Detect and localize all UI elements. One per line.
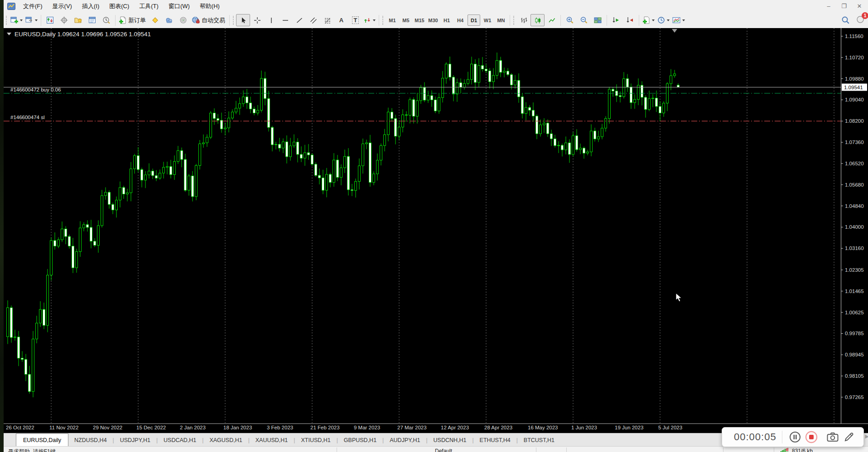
candle-body — [134, 156, 136, 169]
menu-charts[interactable]: 图表(C) — [104, 0, 134, 12]
candle-body — [558, 145, 560, 146]
chart-tab-nzdusd[interactable]: NZDUSD,H4 — [68, 433, 113, 447]
stop-loss-line-label: #146600474 sl — [10, 115, 44, 120]
timeframe-mn-button[interactable]: MN — [495, 14, 507, 26]
recorder-collapse-arrow[interactable]: ▶ — [865, 433, 868, 439]
chart-tab-xauusd[interactable]: XAUUSD,H1 — [250, 433, 294, 447]
chart-tab-xtiusd[interactable]: XTIUSD,H1 — [295, 433, 336, 447]
menu-file[interactable]: 文件(F) — [18, 0, 48, 12]
signals-button[interactable] — [176, 14, 190, 26]
metaeditor-button[interactable] — [148, 14, 162, 26]
notifications-button[interactable]: 1 — [856, 15, 865, 25]
community-button[interactable] — [162, 14, 176, 26]
candle-body — [670, 76, 672, 84]
strategy-tester-button[interactable] — [99, 14, 113, 26]
text-label-tool-button[interactable]: T — [348, 14, 362, 26]
periods-button[interactable] — [656, 14, 671, 26]
autotrading-button[interactable]: 自动交易 — [190, 14, 227, 26]
menu-window[interactable]: 窗口(W) — [164, 0, 195, 12]
candlestick-mode-button[interactable] — [530, 14, 545, 26]
chart-tab-usdcnh[interactable]: USDCNH,H1 — [428, 433, 473, 447]
candle-body — [54, 240, 56, 246]
chart-shift-button[interactable] — [623, 14, 637, 26]
chart-tab-eurusd[interactable]: EURUSD,Daily — [16, 433, 68, 447]
window-controls: – ❐ ✕ — [821, 0, 867, 12]
crosshair-tool-button[interactable] — [250, 14, 264, 26]
new-chart-button[interactable] — [9, 14, 24, 26]
tile-windows-button[interactable] — [591, 14, 605, 26]
dropdown-caret-icon[interactable] — [373, 19, 376, 21]
candle-body — [58, 240, 60, 246]
zoom-out-button[interactable] — [577, 14, 591, 26]
timeframe-h1-button[interactable]: H1 — [440, 14, 453, 26]
trendline-tool-button[interactable] — [292, 14, 306, 26]
candle-body — [253, 109, 256, 113]
price-chart[interactable]: #146600472 buy 0.06#146600474 sl1.115601… — [4, 28, 868, 433]
fibonacci-tool-button[interactable] — [320, 14, 334, 26]
date-tick-label: 9 Mar 2023 — [354, 425, 380, 430]
market-watch-button[interactable] — [43, 14, 57, 26]
timeframe-m5-button[interactable]: M5 — [400, 14, 412, 26]
candle-body — [554, 139, 556, 145]
candle-body — [579, 148, 582, 149]
candle-body — [518, 81, 520, 97]
candle-body — [228, 118, 230, 128]
templates-button[interactable] — [671, 14, 686, 26]
pause-recording-button[interactable] — [788, 430, 802, 444]
tile-windows-icon — [594, 16, 602, 24]
cursor-tool-button[interactable] — [236, 14, 250, 26]
menu-help[interactable]: 帮助(H) — [195, 0, 225, 12]
vertical-line-tool-button[interactable] — [264, 14, 278, 26]
dropdown-caret-icon[interactable] — [652, 19, 655, 21]
navigator-button[interactable] — [71, 14, 85, 26]
screenshot-button[interactable] — [826, 430, 839, 444]
chart-tab-btcust[interactable]: BTCUST,H1 — [518, 433, 560, 447]
timeframe-m30-button[interactable]: M30 — [427, 14, 439, 26]
timeframe-m1-button[interactable]: M1 — [386, 14, 399, 26]
chart-tab-usdcad[interactable]: USDCAD,H1 — [158, 433, 202, 447]
terminal-button[interactable] — [85, 14, 99, 26]
timeframe-w1-button[interactable]: W1 — [481, 14, 494, 26]
restore-button[interactable]: ❐ — [836, 1, 852, 12]
text-tool-button[interactable]: A — [334, 14, 348, 26]
dropdown-caret-icon[interactable] — [35, 19, 38, 21]
horizontal-line-tool-button[interactable] — [278, 14, 292, 26]
candle-body — [612, 89, 614, 91]
minimize-button[interactable]: – — [821, 1, 836, 12]
timeframe-m15-button[interactable]: M15 — [413, 14, 426, 26]
timeframe-h4-button[interactable]: H4 — [454, 14, 467, 26]
dropdown-caret-icon[interactable] — [682, 19, 685, 21]
search-icon[interactable] — [841, 16, 850, 24]
chart-tab-usdjpy[interactable]: USDJPY,H1 — [114, 433, 156, 447]
annotate-button[interactable] — [842, 430, 856, 444]
menu-insert[interactable]: 插入(I) — [77, 0, 104, 12]
menu-tools[interactable]: 工具(T) — [134, 0, 164, 12]
channel-tool-button[interactable] — [306, 14, 320, 26]
chart-tab-gbpusd[interactable]: GBPUSD,H1 — [338, 433, 382, 447]
stop-recording-button[interactable] — [805, 430, 818, 444]
timeframe-d1-button[interactable]: D1 — [468, 14, 480, 26]
bar-chart-mode-button[interactable] — [516, 14, 530, 26]
close-button[interactable]: ✕ — [852, 1, 867, 12]
candle-body — [594, 131, 596, 139]
arrows-tool-button[interactable] — [362, 14, 377, 26]
zoom-out-icon — [580, 16, 588, 24]
candle-body — [90, 227, 92, 241]
chart-tab-audjpy[interactable]: AUDJPY,H1 — [384, 433, 426, 447]
dropdown-caret-icon[interactable] — [20, 19, 23, 21]
menu-view[interactable]: 显示(V) — [48, 0, 77, 12]
auto-scroll-button[interactable] — [609, 14, 623, 26]
chart-tab-xagusd[interactable]: XAGUSD,H1 — [203, 433, 248, 447]
dropdown-caret-icon[interactable] — [667, 19, 670, 21]
candle-body — [598, 137, 600, 139]
chart-tab-ethust[interactable]: ETHUST,H4 — [474, 433, 516, 447]
indicators-button[interactable] — [641, 14, 656, 26]
zoom-in-button[interactable] — [563, 14, 577, 26]
data-window-button[interactable] — [57, 14, 71, 26]
candle-body — [416, 101, 419, 116]
status-profile[interactable]: Default — [435, 448, 452, 452]
line-chart-mode-button[interactable] — [545, 14, 559, 26]
new-order-button[interactable]: 新订单 — [117, 14, 148, 26]
profiles-button[interactable] — [24, 14, 39, 26]
trendline-icon — [296, 17, 303, 24]
